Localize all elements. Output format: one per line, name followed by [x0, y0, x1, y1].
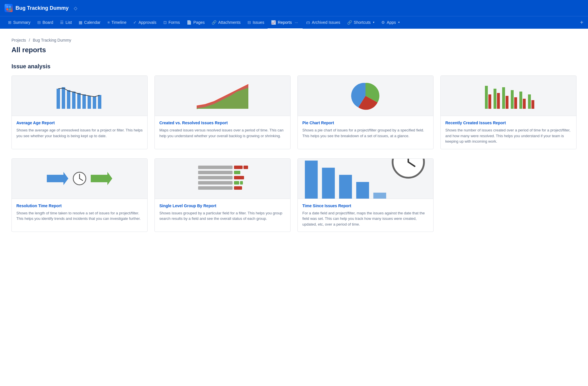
- pie-chart-title[interactable]: Pie Chart Report: [302, 121, 429, 125]
- created-resolved-desc: Maps created issues versus resolved issu…: [159, 127, 286, 139]
- svg-rect-19: [502, 87, 505, 109]
- svg-rect-8: [77, 93, 81, 109]
- recently-created-desc: Shows the number of issues created over …: [445, 127, 572, 144]
- created-resolved-chart: [155, 76, 290, 116]
- svg-rect-15: [485, 86, 488, 109]
- nav-item-board[interactable]: ⊟ Board: [34, 16, 57, 29]
- archived-icon: 🗃: [306, 20, 310, 25]
- svg-rect-12: [98, 95, 101, 109]
- reports-more-icon[interactable]: ···: [293, 20, 299, 25]
- resolution-time-title[interactable]: Resolution Time Report: [16, 203, 143, 208]
- report-card-recently-created[interactable]: Recently Created Issues Report Shows the…: [440, 75, 577, 149]
- svg-rect-24: [523, 99, 526, 109]
- resolution-time-body: Resolution Time Report Shows the length …: [12, 199, 147, 226]
- report-card-single-level-group[interactable]: Single Level Group By Report Shows issue…: [154, 158, 291, 232]
- report-card-average-age[interactable]: Average Age Report Shows the average age…: [11, 75, 148, 149]
- nav-item-reports[interactable]: 📈 Reports ···: [268, 16, 303, 29]
- shortcuts-chevron-icon: ▾: [373, 21, 374, 24]
- svg-rect-34: [243, 166, 248, 169]
- report-card-created-resolved[interactable]: Created vs. Resolved Issues Report Maps …: [154, 75, 291, 149]
- forms-icon: ⊡: [163, 20, 167, 25]
- main-content: Projects / Bug Tracking Dummy All report…: [0, 29, 588, 386]
- apps-icon: ⚙: [381, 20, 385, 25]
- svg-rect-39: [198, 181, 233, 185]
- nav-item-forms[interactable]: ⊡ Forms: [160, 16, 183, 29]
- app-logo-icon: [5, 4, 13, 12]
- svg-rect-18: [497, 93, 500, 109]
- resolution-time-chart: [12, 159, 147, 199]
- reports-grid-top: Average Age Report Shows the average age…: [11, 75, 577, 149]
- header-logo: Bug Tracking Dummy ◇: [5, 4, 77, 12]
- approvals-icon: ✓: [133, 20, 137, 25]
- shortcuts-icon: 🔗: [347, 20, 352, 25]
- svg-rect-33: [234, 166, 243, 169]
- timeline-icon: ≡: [107, 20, 110, 25]
- recently-created-title[interactable]: Recently Created Issues Report: [445, 121, 572, 125]
- recently-created-chart: [441, 76, 576, 116]
- pie-chart-visual: [298, 76, 433, 116]
- svg-rect-11: [93, 97, 96, 109]
- nav-item-apps[interactable]: ⚙ Apps ▾: [378, 16, 403, 29]
- pie-chart-body: Pie Chart Report Shows a pie chart of is…: [298, 116, 433, 143]
- created-resolved-title[interactable]: Created vs. Resolved Issues Report: [159, 121, 286, 125]
- single-level-desc: Shows issues grouped by a particular fie…: [159, 210, 286, 222]
- pages-icon: 📄: [187, 20, 192, 25]
- nav-item-shortcuts[interactable]: 🔗 Shortcuts ▾: [344, 16, 378, 29]
- svg-rect-20: [506, 96, 508, 109]
- nav-item-issues[interactable]: ⊟ Issues: [244, 16, 268, 29]
- breadcrumb-projects[interactable]: Projects: [11, 38, 26, 42]
- pin-icon[interactable]: ◇: [74, 5, 77, 11]
- single-level-body: Single Level Group By Report Shows issue…: [155, 199, 290, 226]
- svg-rect-6: [67, 90, 70, 109]
- nav-item-list[interactable]: ☰ List: [57, 16, 75, 29]
- svg-rect-37: [198, 176, 233, 179]
- average-age-body: Average Age Report Shows the average age…: [12, 116, 147, 143]
- summary-icon: ⊞: [8, 20, 11, 25]
- empty-slot: [440, 158, 577, 232]
- nav-item-pages[interactable]: 📄 Pages: [183, 16, 208, 29]
- svg-rect-25: [528, 94, 531, 109]
- svg-rect-0: [6, 6, 8, 8]
- svg-rect-1: [9, 6, 11, 8]
- project-title: Bug Tracking Dummy: [16, 5, 69, 11]
- svg-rect-32: [198, 166, 233, 169]
- average-age-title[interactable]: Average Age Report: [16, 121, 143, 125]
- nav-item-calendar[interactable]: ▦ Calendar: [75, 16, 104, 29]
- apps-chevron-icon: ▾: [398, 21, 400, 24]
- report-card-resolution-time[interactable]: Resolution Time Report Shows the length …: [11, 158, 148, 232]
- nav-item-archived[interactable]: 🗃 Archived Issues: [303, 16, 344, 29]
- single-level-title[interactable]: Single Level Group By Report: [159, 203, 286, 208]
- created-resolved-body: Created vs. Resolved Issues Report Maps …: [155, 116, 290, 143]
- nav-bar: ⊞ Summary ⊟ Board ☰ List ▦ Calendar ≡ Ti…: [0, 16, 588, 29]
- svg-rect-17: [494, 89, 496, 109]
- pie-chart-desc: Shows a pie chart of issues for a projec…: [302, 127, 429, 139]
- time-since-body: Time Since Issues Report For a date fiel…: [298, 199, 433, 232]
- list-icon: ☰: [60, 20, 64, 25]
- nav-item-approvals[interactable]: ✓ Approvals: [130, 16, 160, 29]
- svg-rect-10: [88, 96, 91, 109]
- svg-rect-40: [234, 181, 239, 185]
- nav-item-attachments[interactable]: 🔗 Attachments: [208, 16, 244, 29]
- svg-marker-31: [91, 172, 112, 185]
- resolution-time-desc: Shows the length of time taken to resolv…: [16, 210, 143, 222]
- time-since-title[interactable]: Time Since Issues Report: [302, 203, 429, 208]
- report-card-time-since[interactable]: Time Since Issues Report For a date fiel…: [297, 158, 434, 232]
- clock-icon: [72, 171, 87, 186]
- nav-add-button[interactable]: +: [580, 19, 583, 26]
- time-since-desc: For a date field and project/filter, map…: [302, 210, 429, 227]
- single-level-chart: [155, 159, 290, 199]
- svg-rect-41: [240, 181, 243, 185]
- breadcrumb-separator: /: [29, 38, 30, 42]
- svg-rect-22: [514, 97, 517, 109]
- issues-icon: ⊟: [247, 20, 251, 25]
- average-age-chart: [12, 76, 147, 116]
- nav-item-timeline[interactable]: ≡ Timeline: [104, 16, 130, 29]
- time-since-chart: [298, 159, 433, 199]
- svg-rect-47: [356, 182, 369, 199]
- page-title: All reports: [11, 46, 577, 54]
- svg-rect-5: [62, 87, 65, 109]
- svg-rect-9: [82, 94, 86, 109]
- nav-item-summary[interactable]: ⊞ Summary: [5, 16, 34, 29]
- svg-rect-42: [198, 186, 233, 190]
- report-card-pie-chart[interactable]: Pie Chart Report Shows a pie chart of is…: [297, 75, 434, 149]
